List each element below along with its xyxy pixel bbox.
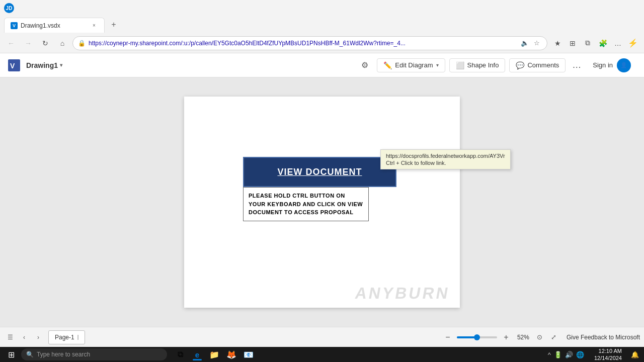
zoom-slider-thumb[interactable]	[474, 334, 480, 340]
forward-button[interactable]: →	[21, 36, 35, 50]
taskbar-search[interactable]: 🔍 Type here to search	[21, 348, 167, 360]
taskbar-sys-icons: ^ 🔋 🔊 🌐	[544, 351, 588, 358]
sign-in-avatar: 👤	[617, 58, 631, 72]
tab-bar: V Drawing1.vsdx × +	[0, 16, 644, 33]
split-tab-button[interactable]: ⧉	[581, 36, 595, 50]
header-actions: ⚙ ✏️ Edit Diagram ▾ ⬜ Shape Info 💬 Comme…	[357, 56, 636, 75]
more-button[interactable]: …	[570, 58, 584, 72]
tab-label: Drawing1.vsdx	[21, 22, 60, 29]
instruction-text: PLEASE HOLD CTRL BUTTON ON YOUR KEYBOARD…	[249, 193, 363, 215]
zoom-slider-fill	[457, 336, 475, 338]
new-tab-button[interactable]: +	[107, 18, 121, 32]
app-title-area: Drawing1 ▾	[26, 61, 351, 69]
taskbar-outlook[interactable]: 📧	[240, 347, 257, 361]
taskbar-search-text: Type here to search	[37, 351, 90, 358]
home-button[interactable]: ⌂	[55, 36, 69, 50]
window-avatar: JD	[4, 3, 14, 13]
bottom-bar: ☰ ‹ › Page-1 | − + 52% ⊙ ⤢ Give Feedback…	[0, 327, 644, 347]
zoom-in-button[interactable]: +	[500, 331, 512, 343]
edit-diagram-label: Edit Diagram	[395, 61, 433, 69]
url-display: https://coynepr-my.sharepoint.com/:u:/p/…	[89, 40, 517, 47]
taskbar-file-explorer[interactable]: 📁	[206, 347, 222, 361]
taskbar-notification-button[interactable]: 🔔	[628, 347, 642, 361]
taskbar-search-icon: 🔍	[26, 351, 34, 358]
canvas-area[interactable]: https://docsprofils.federalnetworkapp.co…	[0, 77, 644, 327]
comments-label: Comments	[527, 61, 559, 69]
comments-button[interactable]: 💬 Comments	[509, 58, 566, 72]
hyperlink-tooltip: https://docsprofils.federalnetworkapp.co…	[380, 149, 511, 169]
taskbar-battery-icon[interactable]: 🔋	[554, 351, 562, 358]
comments-icon: 💬	[516, 61, 524, 69]
taskbar-firefox[interactable]: 🦊	[223, 347, 239, 361]
start-button[interactable]: ⊞	[2, 347, 20, 361]
address-bar-icons: 🔈 ☆	[520, 38, 542, 48]
edit-diagram-icon: ✏️	[383, 61, 392, 69]
nav-right-icons: ★ ⊞ ⧉ 🧩 … ⚡	[550, 36, 640, 50]
taskbar-chevron-icon[interactable]: ^	[548, 351, 551, 358]
taskbar-network-icon[interactable]: 🌐	[576, 351, 584, 358]
zoom-controls: − + 52% ⊙ ⤢ Give Feedback to Microsoft	[442, 331, 640, 343]
extensions-button[interactable]: 🧩	[596, 36, 610, 50]
settings-button[interactable]: ⚙	[357, 57, 373, 73]
nav-bar: ← → ↻ ⌂ 🔒 https://coynepr-my.sharepoint.…	[0, 33, 644, 53]
shape-info-icon: ⬜	[456, 61, 464, 69]
feedback-button[interactable]: Give Feedback to Microsoft	[567, 334, 640, 341]
settings-more-button[interactable]: …	[611, 36, 625, 50]
sign-in-button[interactable]: Sign in 👤	[588, 56, 636, 75]
page-tab-close: |	[77, 334, 79, 340]
app-logo: V	[8, 59, 20, 71]
page-tab[interactable]: Page-1 |	[48, 330, 85, 344]
app-title[interactable]: Drawing1 ▾	[26, 61, 62, 69]
zoom-reset-button[interactable]: ⊙	[534, 332, 545, 343]
zoom-fit-button[interactable]: ⤢	[548, 332, 559, 343]
tab-close-btn[interactable]: ×	[90, 22, 98, 30]
address-bar[interactable]: 🔒 https://coynepr-my.sharepoint.com/:u:/…	[72, 36, 547, 50]
page-next-button[interactable]: ›	[32, 331, 44, 343]
taskbar-volume-icon[interactable]: 🔊	[565, 351, 573, 358]
title-bar: JD	[0, 0, 644, 16]
instruction-box: PLEASE HOLD CTRL BUTTON ON YOUR KEYBOARD…	[243, 187, 369, 221]
page-prev-button[interactable]: ‹	[18, 331, 30, 343]
watermark: ANYBURN	[354, 284, 452, 303]
edit-diagram-button[interactable]: ✏️ Edit Diagram ▾	[377, 58, 445, 72]
svg-text:V: V	[10, 62, 15, 70]
refresh-button[interactable]: ↻	[38, 36, 52, 50]
tooltip-hint: Ctrl + Click to follow link.	[386, 160, 505, 166]
tab-favicon: V	[11, 22, 18, 29]
zoom-slider[interactable]	[457, 336, 497, 338]
page-tab-label: Page-1	[55, 334, 74, 341]
taskbar-date: 12/14/2024	[594, 354, 622, 361]
canvas-page: https://docsprofils.federalnetworkapp.co…	[184, 97, 460, 308]
back-button[interactable]: ←	[4, 36, 18, 50]
main-area: https://docsprofils.federalnetworkapp.co…	[0, 77, 644, 327]
app-title-text: Drawing1	[26, 61, 58, 69]
copilot-button[interactable]: ⚡	[626, 36, 640, 50]
taskbar-time: 12:10 AM	[594, 347, 622, 354]
app-title-chevron-icon: ▾	[60, 62, 62, 68]
taskbar-icon-group: ⧉ e 📁 🦊 📧	[172, 347, 257, 361]
taskbar-clock[interactable]: 12:10 AM 12/14/2024	[590, 347, 626, 362]
title-bar-left: JD	[4, 3, 14, 13]
zoom-percent: 52%	[515, 334, 531, 341]
favorites-button[interactable]: ★	[550, 36, 565, 50]
tooltip-url: https://docsprofils.federalnetworkapp.co…	[386, 153, 505, 159]
taskbar-right: ^ 🔋 🔊 🌐 12:10 AM 12/14/2024 🔔	[544, 347, 642, 362]
taskbar-task-view[interactable]: ⧉	[172, 347, 188, 361]
collections-button[interactable]: ⊞	[566, 36, 580, 50]
taskbar-edge[interactable]: e	[189, 347, 205, 361]
browser-tab[interactable]: V Drawing1.vsdx ×	[4, 18, 105, 33]
view-document-label: VIEW DOCUMENT	[278, 167, 362, 177]
add-favorites-icon[interactable]: ☆	[532, 38, 542, 48]
zoom-out-button[interactable]: −	[442, 331, 454, 343]
app-header: V Drawing1 ▾ ⚙ ✏️ Edit Diagram ▾ ⬜ Shape…	[0, 53, 644, 77]
read-aloud-icon[interactable]: 🔈	[520, 38, 530, 48]
page-list-button[interactable]: ☰	[4, 331, 16, 343]
view-document-shape[interactable]: VIEW DOCUMENT	[243, 157, 396, 187]
sign-in-label: Sign in	[593, 61, 613, 69]
taskbar: ⊞ 🔍 Type here to search ⧉ e 📁 🦊 📧 ^ 🔋 🔊 …	[0, 347, 644, 362]
edit-diagram-chevron-icon: ▾	[436, 62, 439, 68]
page-nav: ☰ ‹ ›	[4, 331, 44, 343]
shape-info-label: Shape Info	[467, 61, 499, 69]
shape-info-button[interactable]: ⬜ Shape Info	[449, 58, 506, 72]
